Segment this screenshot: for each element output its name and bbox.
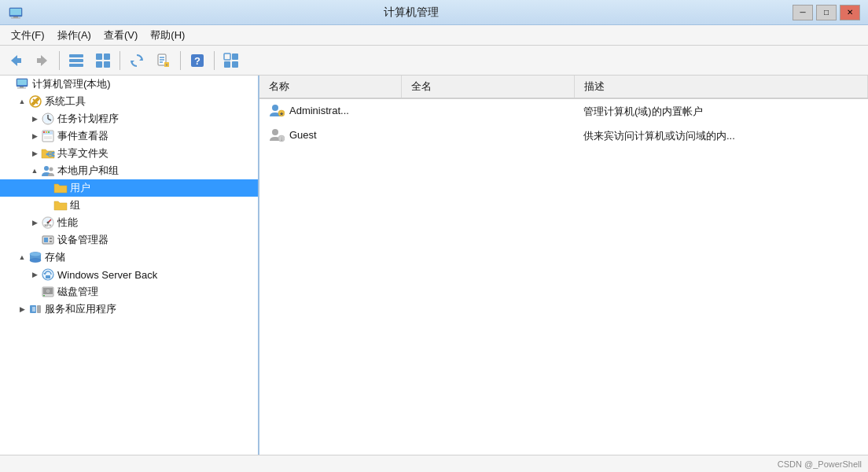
menu-view[interactable]: 查看(V) bbox=[97, 27, 144, 44]
shared-folders-icon bbox=[41, 146, 55, 160]
tree-item-task-scheduler[interactable]: ▶ 任务计划程序 bbox=[0, 110, 258, 127]
close-button[interactable]: ✕ bbox=[840, 5, 860, 20]
admin-icon: ★ bbox=[269, 102, 285, 118]
svg-rect-29 bbox=[17, 79, 27, 85]
export-list-button[interactable] bbox=[151, 49, 176, 72]
backup-icon bbox=[41, 267, 55, 282]
svg-rect-44 bbox=[43, 131, 45, 133]
expander-shared-folders[interactable]: ▶ bbox=[28, 147, 41, 160]
toolbar-sep-3 bbox=[180, 51, 181, 70]
tree-item-event-viewer[interactable]: ▶ 事件查看器 bbox=[0, 127, 258, 145]
back-button[interactable] bbox=[3, 49, 28, 72]
svg-rect-35 bbox=[31, 97, 39, 105]
tree-label-disk-management: 磁盘管理 bbox=[57, 285, 98, 299]
svg-rect-69 bbox=[46, 275, 50, 278]
svg-point-80 bbox=[272, 105, 278, 111]
local-users-icon bbox=[41, 164, 55, 178]
help-button[interactable]: ? bbox=[185, 49, 210, 72]
users-table: 名称 全名 描述 ★ bbox=[259, 76, 868, 148]
svg-text:MPH: MPH bbox=[45, 223, 52, 227]
svg-rect-24 bbox=[224, 53, 230, 60]
tree-item-device-manager[interactable]: 设备管理器 bbox=[0, 231, 258, 249]
menu-file[interactable]: 文件(F) bbox=[5, 27, 51, 44]
event-viewer-icon bbox=[41, 129, 55, 143]
tree-item-system-tools[interactable]: ▲ 系统工具 bbox=[0, 93, 258, 110]
col-header-fullname[interactable]: 全名 bbox=[401, 76, 574, 98]
tree-label-performance: 性能 bbox=[57, 216, 78, 230]
tree-item-root[interactable]: 计算机管理(本地) bbox=[0, 76, 258, 93]
guest-icon: ↓ bbox=[269, 127, 285, 142]
tree-label-system-tools: 系统工具 bbox=[45, 94, 86, 109]
guest-fullname-cell bbox=[401, 124, 574, 148]
tree-item-groups[interactable]: 组 bbox=[0, 197, 258, 214]
svg-point-66 bbox=[30, 253, 41, 256]
expander-task-scheduler[interactable]: ▶ bbox=[28, 112, 41, 125]
tree-label-windows-backup: Windows Server Back bbox=[57, 269, 157, 281]
status-text: CSDN @_PowerShell bbox=[778, 459, 862, 469]
tree-item-performance[interactable]: ▶ MPH 性能 bbox=[0, 214, 258, 231]
maximize-button[interactable]: □ bbox=[816, 5, 837, 20]
svg-marker-4 bbox=[11, 55, 21, 66]
minimize-button[interactable]: ─ bbox=[793, 5, 813, 20]
tree-item-users[interactable]: 用户 bbox=[0, 179, 258, 197]
view-list-button[interactable] bbox=[64, 49, 89, 72]
expander-root[interactable] bbox=[3, 78, 16, 90]
tree-item-shared-folders[interactable]: ▶ 共享文件夹 bbox=[0, 145, 258, 162]
expander-system-tools[interactable]: ▲ bbox=[16, 95, 28, 108]
expander-device-manager[interactable] bbox=[28, 234, 41, 246]
expander-disk-management[interactable] bbox=[28, 286, 41, 298]
guest-desc-cell: 供来宾访问计算机或访问域的内... bbox=[574, 124, 868, 148]
expander-services-apps[interactable]: ▶ bbox=[16, 303, 28, 315]
tree-item-local-users[interactable]: ▲ 本地用户和组 bbox=[0, 162, 258, 179]
svg-rect-11 bbox=[96, 61, 102, 68]
svg-rect-76 bbox=[37, 305, 41, 313]
user-desc-cell: 管理计算机(域)的内置帐户 bbox=[574, 98, 868, 124]
device-manager-icon bbox=[41, 233, 55, 247]
expander-storage[interactable]: ▲ bbox=[16, 251, 28, 264]
expander-groups[interactable] bbox=[41, 199, 53, 212]
refresh-button[interactable] bbox=[124, 49, 149, 72]
expander-event-viewer[interactable]: ▶ bbox=[28, 130, 41, 142]
expander-local-users[interactable]: ▲ bbox=[28, 164, 41, 177]
tree-item-services-apps[interactable]: ▶ 服务和应用程序 bbox=[0, 301, 258, 318]
tree-panel: 计算机管理(本地) ▲ 系统工具 ▶ bbox=[0, 76, 259, 455]
view-detail-button[interactable] bbox=[90, 49, 116, 72]
user-name-content: ★ Administrat... bbox=[269, 102, 349, 118]
svg-rect-46 bbox=[48, 131, 50, 133]
menu-action[interactable]: 操作(A) bbox=[51, 27, 97, 44]
forward-button[interactable] bbox=[30, 49, 55, 72]
groups-folder-icon bbox=[53, 198, 68, 212]
col-header-name[interactable]: 名称 bbox=[259, 76, 401, 98]
tree-label-task-scheduler: 任务计划程序 bbox=[57, 112, 119, 126]
storage-icon bbox=[28, 250, 42, 264]
mmc-button[interactable] bbox=[219, 49, 244, 72]
guest-name-content: ↓ Guest bbox=[269, 127, 317, 142]
expander-users[interactable] bbox=[41, 182, 53, 194]
guest-name-cell: ↓ Guest bbox=[259, 124, 401, 148]
col-header-description[interactable]: 描述 bbox=[574, 76, 868, 98]
svg-rect-60 bbox=[44, 238, 48, 242]
toolbar-sep-2 bbox=[120, 51, 120, 70]
table-row[interactable]: ★ Administrat... 管理计算机(域)的内置帐户 bbox=[259, 98, 868, 124]
tree-item-disk-management[interactable]: 磁盘管理 bbox=[0, 283, 258, 301]
svg-rect-62 bbox=[50, 241, 52, 242]
table-row[interactable]: ↓ Guest 供来宾访问计算机或访问域的内... bbox=[259, 124, 868, 148]
tree-label-event-viewer: 事件查看器 bbox=[57, 129, 108, 143]
window-controls: ─ □ ✕ bbox=[793, 5, 860, 20]
tree-item-storage[interactable]: ▲ 存储 bbox=[0, 249, 258, 266]
table-header-row: 名称 全名 描述 bbox=[259, 76, 868, 98]
expander-windows-backup[interactable]: ▶ bbox=[28, 268, 41, 281]
computer-icon bbox=[16, 77, 30, 91]
svg-rect-27 bbox=[232, 61, 238, 68]
svg-rect-7 bbox=[69, 59, 83, 62]
menu-help[interactable]: 帮助(H) bbox=[144, 27, 191, 44]
svg-rect-74 bbox=[43, 295, 45, 297]
user-name-cell: ★ Administrat... bbox=[259, 98, 401, 124]
svg-rect-9 bbox=[96, 53, 102, 60]
tree-label-users: 用户 bbox=[70, 181, 90, 195]
expander-performance[interactable]: ▶ bbox=[28, 216, 41, 229]
task-scheduler-icon bbox=[41, 112, 55, 126]
svg-text:★: ★ bbox=[279, 111, 284, 116]
disk-management-icon bbox=[41, 285, 55, 299]
tree-item-windows-backup[interactable]: ▶ Windows Server Back bbox=[0, 266, 258, 283]
